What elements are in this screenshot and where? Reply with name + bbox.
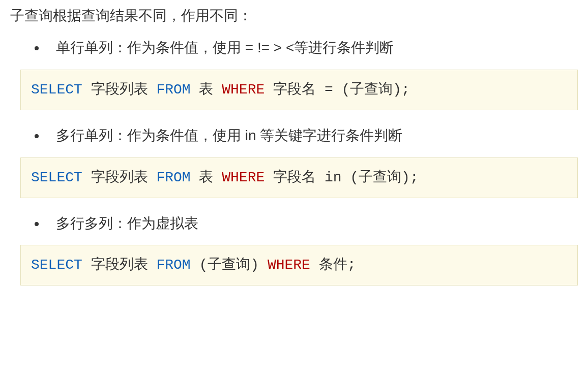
keyword-select: SELECT — [31, 257, 82, 273]
code-text: 字段列表 — [82, 257, 157, 273]
keyword-select: SELECT — [31, 170, 82, 185]
keyword-select: SELECT — [31, 82, 82, 98]
code-text: 字段列表 — [82, 170, 157, 185]
keyword-where: WHERE — [222, 170, 264, 185]
keyword-where: WHERE — [268, 257, 310, 273]
intro-text: 子查询根据查询结果不同，作用不同： — [10, 5, 578, 26]
bullet-text-3: 多行多列：作为虚拟表 — [56, 212, 578, 235]
bullet-icon — [35, 46, 39, 50]
bullet-line-2: 多行单列：作为条件值，使用 in 等关键字进行条件判断 — [10, 124, 578, 147]
section-3: 多行多列：作为虚拟表 SELECT 字段列表 FROM (子查询) WHERE … — [10, 212, 578, 286]
code-text: 字段名 in (子查询); — [264, 170, 418, 185]
code-text: (子查询) — [191, 257, 268, 273]
code-text: 字段列表 — [82, 82, 157, 98]
code-text: 表 — [191, 170, 222, 185]
bullet-line-3: 多行多列：作为虚拟表 — [10, 212, 578, 235]
keyword-from: FROM — [156, 82, 190, 98]
keyword-where: WHERE — [222, 82, 264, 98]
section-2: 多行单列：作为条件值，使用 in 等关键字进行条件判断 SELECT 字段列表 … — [10, 124, 578, 198]
code-block-3: SELECT 字段列表 FROM (子查询) WHERE 条件; — [20, 245, 578, 285]
code-block-1: SELECT 字段列表 FROM 表 WHERE 字段名 = (子查询); — [20, 70, 578, 110]
bullet-icon — [35, 222, 39, 226]
bullet-text-1: 单行单列：作为条件值，使用 = != > <等进行条件判断 — [56, 37, 578, 59]
code-block-2: SELECT 字段列表 FROM 表 WHERE 字段名 in (子查询); — [20, 157, 578, 198]
code-text: 表 — [191, 82, 222, 98]
keyword-from: FROM — [156, 257, 190, 273]
code-text: 字段名 = (子查询); — [264, 82, 410, 98]
code-text: 条件; — [310, 257, 356, 273]
bullet-text-2: 多行单列：作为条件值，使用 in 等关键字进行条件判断 — [56, 124, 578, 147]
section-1: 单行单列：作为条件值，使用 = != > <等进行条件判断 SELECT 字段列… — [10, 37, 578, 110]
bullet-icon — [35, 134, 39, 138]
bullet-line-1: 单行单列：作为条件值，使用 = != > <等进行条件判断 — [10, 37, 578, 59]
keyword-from: FROM — [156, 170, 190, 185]
